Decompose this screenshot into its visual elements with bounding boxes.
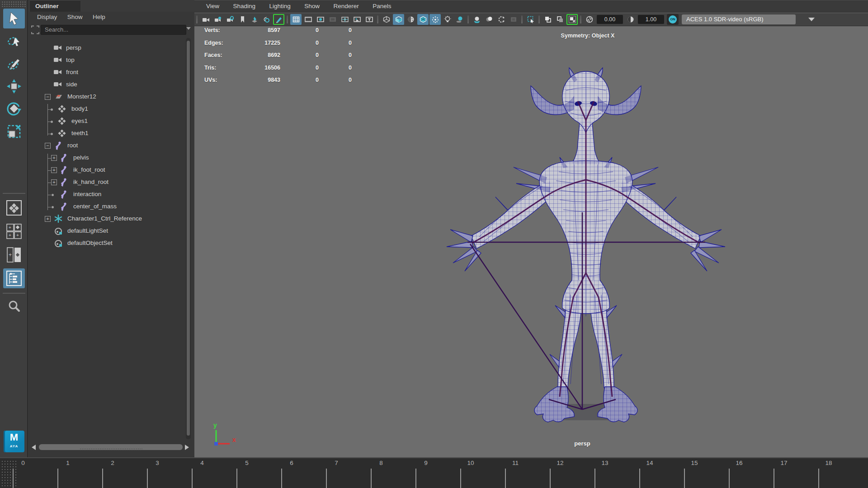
move-tool[interactable] bbox=[3, 76, 25, 96]
toolbar-grip[interactable] bbox=[196, 15, 198, 23]
isolate-select-icon[interactable] bbox=[525, 14, 536, 25]
outliner-item-eyes1[interactable]: eyes1 bbox=[29, 115, 184, 127]
paint-select-tool[interactable] bbox=[3, 54, 25, 74]
viewport-canvas[interactable]: Verts:859700Edges:1722500Faces:869200Tri… bbox=[194, 26, 868, 457]
safe-action-icon[interactable] bbox=[351, 14, 363, 25]
timeline-tick[interactable] bbox=[147, 469, 148, 488]
outliner-item-persp[interactable]: persp bbox=[29, 42, 184, 54]
resolution-gate-icon[interactable] bbox=[315, 14, 326, 25]
outliner-item-defaultLightSet[interactable]: defaultLightSet bbox=[29, 225, 184, 237]
scrollbar-thumb[interactable] bbox=[187, 41, 190, 436]
outliner-item-pelvis[interactable]: +pelvis bbox=[29, 152, 184, 164]
anti-aliasing-icon[interactable] bbox=[495, 14, 507, 25]
outliner-item-front[interactable]: front bbox=[29, 66, 184, 79]
wireframe-on-shaded-icon[interactable] bbox=[417, 14, 429, 25]
lighting-icon[interactable] bbox=[442, 14, 453, 25]
timeline-tick[interactable] bbox=[57, 469, 58, 488]
scale-tool[interactable] bbox=[3, 122, 25, 141]
camera-lock-icon[interactable] bbox=[212, 14, 223, 25]
color-managed-toggle[interactable]: ON bbox=[667, 14, 679, 25]
timeline-tick[interactable] bbox=[236, 469, 237, 488]
expand-toggle[interactable]: + bbox=[45, 216, 51, 222]
outliner-item-body1[interactable]: body1 bbox=[29, 103, 184, 115]
scrollbar-thumb[interactable] bbox=[39, 444, 183, 450]
outliner-item-ik_hand_root[interactable]: +ik_hand_root bbox=[29, 176, 184, 188]
timeline-tick[interactable] bbox=[684, 469, 685, 488]
menu-panels[interactable]: Panels bbox=[373, 0, 391, 12]
outliner-item-center_of_mass[interactable]: center_of_mass bbox=[29, 201, 184, 213]
outliner-item-top[interactable]: top bbox=[29, 54, 184, 66]
safe-title-icon[interactable] bbox=[363, 14, 375, 25]
wireframe-icon[interactable] bbox=[381, 14, 392, 25]
menu-display[interactable]: Display bbox=[37, 12, 57, 23]
grid-icon[interactable] bbox=[290, 14, 302, 25]
gamma-icon[interactable] bbox=[625, 14, 636, 25]
menu-shading[interactable]: Shading bbox=[233, 0, 255, 12]
gamma-field[interactable]: 1.00 bbox=[638, 15, 664, 24]
timeline-tick[interactable] bbox=[192, 469, 193, 488]
menu-show[interactable]: Show bbox=[304, 0, 320, 12]
textured-icon[interactable] bbox=[405, 14, 416, 25]
timeline-tick[interactable] bbox=[594, 469, 595, 488]
layout-two-pane[interactable]: + bbox=[3, 245, 25, 265]
timeline-tick[interactable] bbox=[415, 469, 416, 488]
layout-four-pane[interactable]: +++ bbox=[3, 221, 25, 241]
timeline-tick[interactable] bbox=[371, 469, 372, 488]
outliner-item-Monster12[interactable]: −Monster12 bbox=[29, 91, 184, 103]
xray-joints-icon[interactable] bbox=[554, 14, 566, 25]
grease-pencil-icon[interactable] bbox=[273, 14, 284, 25]
image-plane-icon[interactable] bbox=[249, 14, 260, 25]
timeline-tick[interactable] bbox=[102, 469, 103, 488]
layout-outliner-persp[interactable] bbox=[3, 268, 25, 288]
default-material-icon[interactable] bbox=[429, 14, 441, 25]
menu-view[interactable]: View bbox=[206, 0, 219, 12]
two-d-pan-zoom-icon[interactable] bbox=[261, 14, 272, 25]
bookmark-icon[interactable] bbox=[236, 14, 248, 25]
exposure-field[interactable]: 0.00 bbox=[597, 15, 623, 24]
wireframe-model[interactable] bbox=[194, 26, 868, 457]
timeline-tick[interactable] bbox=[326, 469, 327, 488]
layout-single-pane[interactable] bbox=[3, 198, 25, 218]
timeline-tick[interactable] bbox=[550, 469, 551, 488]
timeline-tick[interactable] bbox=[774, 469, 774, 488]
outliner-item-ik_foot_root[interactable]: +ik_foot_root bbox=[29, 164, 184, 176]
expand-toggle[interactable]: + bbox=[51, 179, 57, 185]
field-chart-icon[interactable] bbox=[339, 14, 350, 25]
ambient-occlusion-icon[interactable] bbox=[471, 14, 482, 25]
colorspace-dropdown[interactable]: ACES 1.0 SDR-video (sRGB) bbox=[682, 14, 796, 24]
menu-help[interactable]: Help bbox=[93, 12, 105, 23]
outliner-item-defaultObjectSet[interactable]: defaultObjectSet bbox=[29, 237, 184, 249]
search-input[interactable]: Search... bbox=[41, 25, 186, 35]
outliner-item-Character1_Ctrl_Reference[interactable]: +Character1_Ctrl_Reference bbox=[29, 213, 184, 225]
zoom-tool[interactable] bbox=[3, 296, 25, 316]
perspective-viewport[interactable]: View Shading Lighting Show Renderer Pane… bbox=[194, 0, 868, 457]
toolbox-grip[interactable] bbox=[1, 1, 26, 7]
motion-blur-icon[interactable] bbox=[483, 14, 495, 25]
timeline-tick[interactable] bbox=[818, 469, 819, 488]
collapse-toggle[interactable]: − bbox=[45, 143, 51, 149]
camera-attributes-icon[interactable] bbox=[224, 14, 236, 25]
shadows-icon[interactable] bbox=[454, 14, 465, 25]
timeline-tick[interactable] bbox=[13, 469, 14, 488]
xray-active-icon[interactable] bbox=[566, 14, 578, 25]
xray-icon[interactable] bbox=[542, 14, 553, 25]
scroll-right-arrow[interactable] bbox=[185, 445, 189, 450]
select-tool[interactable] bbox=[3, 9, 25, 28]
camera-icon[interactable] bbox=[200, 14, 211, 25]
outliner-item-root[interactable]: −root bbox=[29, 140, 184, 152]
expand-toggle[interactable]: + bbox=[51, 155, 57, 161]
outliner-horizontal-scrollbar[interactable] bbox=[30, 443, 191, 452]
outliner-item-teeth1[interactable]: teeth1 bbox=[29, 127, 184, 140]
scroll-left-arrow[interactable] bbox=[32, 445, 36, 450]
lasso-select-tool[interactable] bbox=[3, 31, 25, 51]
film-gate-icon[interactable] bbox=[302, 14, 314, 25]
timeline-tick[interactable] bbox=[505, 469, 506, 488]
timeline-tick[interactable] bbox=[281, 469, 282, 488]
depth-of-field-icon[interactable] bbox=[508, 14, 519, 25]
outliner-vertical-scrollbar[interactable] bbox=[186, 38, 191, 439]
collapse-toggle[interactable]: − bbox=[45, 94, 51, 100]
rotate-tool[interactable] bbox=[3, 99, 25, 119]
tab-outliner[interactable]: Outliner bbox=[30, 0, 80, 12]
timeline-tick[interactable] bbox=[729, 469, 730, 488]
search-dropdown-caret[interactable] bbox=[186, 27, 191, 30]
